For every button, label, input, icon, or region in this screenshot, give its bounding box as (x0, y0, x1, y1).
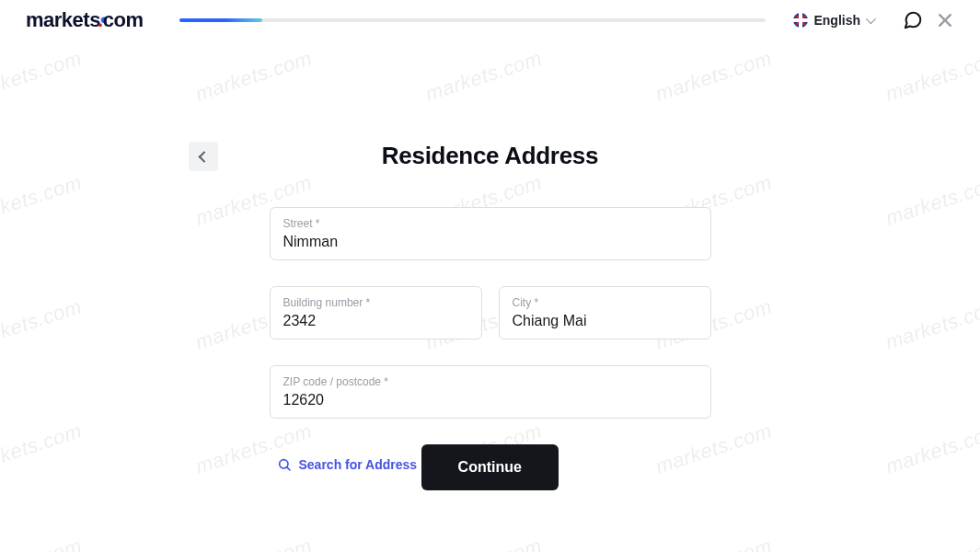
search-address-link[interactable]: Search for Address (277, 457, 418, 472)
address-form: Street * Building number * City * ZIP co… (233, 207, 748, 500)
watermark: markets.com (652, 534, 775, 552)
building-input[interactable] (283, 313, 468, 329)
watermark: markets.com (882, 46, 980, 106)
zip-label: ZIP code / postcode * (283, 375, 698, 388)
zip-field[interactable]: ZIP code / postcode * (270, 365, 711, 419)
watermark: markets.com (192, 534, 315, 552)
header: markets•.com English (0, 0, 980, 40)
language-label: English (813, 13, 860, 28)
watermark: markets.com (192, 46, 315, 106)
search-address-text: Search for Address (299, 457, 418, 472)
svg-line-3 (286, 467, 289, 470)
street-label: Street * (283, 217, 698, 230)
zip-input[interactable] (283, 392, 698, 408)
city-label: City * (513, 296, 698, 309)
back-button[interactable] (189, 142, 218, 171)
watermark: markets.com (882, 534, 980, 552)
watermark: markets.com (422, 46, 545, 106)
watermark: markets.com (882, 294, 980, 354)
watermark: markets.com (0, 46, 85, 106)
brand-logo: markets•.com (26, 8, 143, 32)
chevron-down-icon (866, 14, 876, 24)
chevron-left-icon (199, 151, 211, 163)
watermark: markets.com (0, 294, 85, 354)
street-field[interactable]: Street * (270, 207, 711, 260)
watermark: markets.com (0, 534, 85, 552)
brand-suffix: com (103, 8, 144, 31)
watermark: markets.com (882, 170, 980, 230)
building-field[interactable]: Building number * (270, 286, 482, 339)
watermark: markets.com (422, 534, 545, 552)
uk-flag-icon (793, 13, 808, 28)
street-input[interactable] (283, 234, 698, 250)
progress-fill (179, 18, 261, 22)
chat-icon[interactable] (903, 10, 923, 30)
building-label: Building number * (283, 296, 468, 309)
brand-name: markets (26, 8, 100, 31)
city-input[interactable] (513, 313, 698, 329)
city-field[interactable]: City * (499, 286, 711, 339)
main-content: Residence Address Street * Building numb… (233, 142, 748, 500)
watermark: markets.com (0, 170, 85, 230)
language-selector[interactable]: English (793, 13, 873, 28)
continue-button[interactable]: Continue (421, 444, 559, 490)
watermark: markets.com (882, 419, 980, 478)
page-title: Residence Address (233, 142, 748, 170)
watermark: markets.com (652, 46, 775, 106)
progress-bar (179, 18, 766, 22)
close-icon[interactable] (936, 11, 954, 29)
watermark: markets.com (0, 419, 85, 478)
